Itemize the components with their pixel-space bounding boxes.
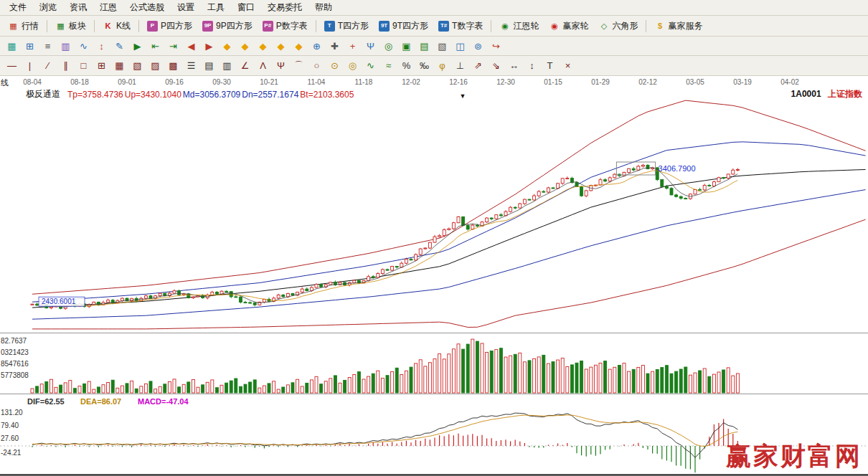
ladder-button[interactable]: ☰: [182, 58, 200, 73]
p9-square-label: 9P四方形: [216, 20, 253, 32]
permille-button[interactable]: ‰: [415, 58, 433, 73]
arrow-se-button[interactable]: ⇘: [487, 58, 505, 73]
hatch-cross-button[interactable]: ▩: [164, 58, 182, 73]
winner-service-button[interactable]: $赢家服务: [649, 18, 707, 34]
chart-button[interactable]: ▥: [57, 39, 75, 54]
menu-window[interactable]: 窗口: [231, 0, 261, 15]
arrow-h-button[interactable]: ↔: [505, 58, 523, 73]
calendar-button[interactable]: ▣: [397, 39, 415, 54]
winner-wheel-button[interactable]: ◉赢家轮: [544, 18, 593, 34]
diamond-5-icon: ◆: [296, 42, 303, 51]
t-table-button[interactable]: T#T数字表: [433, 18, 488, 34]
report-button[interactable]: ▤: [415, 39, 433, 54]
percent-button[interactable]: %: [397, 58, 415, 73]
golden-ratio-button[interactable]: φ: [433, 58, 451, 73]
circle-tool-button[interactable]: ○: [308, 58, 326, 73]
chart-area[interactable]: 08-0408-1809-0109-1609-3010-2111-0411-18…: [0, 76, 868, 476]
hline-button[interactable]: —: [3, 58, 21, 73]
spiral-button[interactable]: ◎: [344, 58, 362, 73]
quote-list-button[interactable]: ≡: [39, 39, 57, 54]
rect-tool-button[interactable]: □: [75, 58, 93, 73]
svg-text:82.7637: 82.7637: [1, 337, 27, 345]
fan-lines-button[interactable]: Ψ: [272, 58, 290, 73]
globe-button[interactable]: ◎: [379, 39, 397, 54]
next-button[interactable]: ▶: [200, 39, 218, 54]
menu-gann[interactable]: 江恩: [93, 0, 123, 15]
gann-wheel-button[interactable]: ◉江恩轮: [494, 18, 544, 34]
exit-button[interactable]: ↪: [487, 39, 505, 54]
wave2-button[interactable]: ≈: [379, 58, 397, 73]
icon-toolbar: ▦⊞≡▥∿↕✎▶⇤⇥◀▶◆◆◆◆◆⊕✚+Ψ◎▣▤▧◫⊚↪: [0, 37, 868, 56]
crosshair-button[interactable]: +: [344, 39, 362, 54]
antenna-button[interactable]: Ψ: [362, 39, 379, 54]
arc-button[interactable]: ⌒: [290, 58, 308, 73]
menu-formula-pick[interactable]: 公式选股: [123, 0, 171, 15]
wave-button[interactable]: ∿: [362, 58, 379, 73]
clipboard-button[interactable]: ▧: [433, 39, 451, 54]
cycle-button[interactable]: ⊙: [326, 58, 344, 73]
hatch-right-button[interactable]: ▨: [146, 58, 164, 73]
volume-layer: 82.7637032142385476165773808: [1, 337, 739, 393]
market-view-button[interactable]: ▦: [3, 39, 21, 54]
blocks-button[interactable]: ▦板块: [50, 18, 91, 34]
menu-help[interactable]: 帮助: [308, 0, 339, 15]
hexagon-button[interactable]: ◇六角形: [593, 18, 643, 34]
menu-browse[interactable]: 浏览: [33, 0, 63, 15]
world-button[interactable]: ⊚: [469, 39, 487, 54]
panel-button[interactable]: ⊞: [21, 39, 39, 54]
diamond-5-button[interactable]: ◆: [290, 39, 308, 54]
winner-wheel-label: 赢家轮: [562, 20, 588, 32]
hatch-left-button[interactable]: ▧: [128, 58, 146, 73]
menu-news[interactable]: 资讯: [63, 0, 93, 15]
arrow-v-button[interactable]: ↕: [523, 58, 541, 73]
first-page-button[interactable]: ⇤: [146, 39, 164, 54]
gann-grid-button[interactable]: ▦: [110, 58, 128, 73]
menu-settings[interactable]: 设置: [171, 0, 201, 15]
menu-trade[interactable]: 交易委托: [261, 0, 308, 15]
updown-button[interactable]: ↕: [93, 39, 110, 54]
gann-box-button[interactable]: ⊞: [93, 58, 110, 73]
candles-layer: [31, 164, 739, 310]
pen-button[interactable]: ✎: [110, 39, 128, 54]
vline-button[interactable]: |: [21, 58, 39, 73]
quotes-icon: ▦: [8, 21, 19, 32]
dense-grid-button[interactable]: ▥: [218, 58, 236, 73]
prev-button[interactable]: ◀: [182, 39, 200, 54]
chart-canvas[interactable]: 08-0408-1809-0109-1609-3010-2111-0411-18…: [0, 76, 868, 476]
steps-button[interactable]: ▤: [200, 58, 218, 73]
pen-icon: ✎: [115, 42, 123, 51]
menu-tools[interactable]: 工具: [201, 0, 231, 15]
trendline-button[interactable]: ∕: [39, 58, 57, 73]
updown-icon: ↕: [99, 42, 104, 51]
ruler-button[interactable]: ⊥: [451, 58, 469, 73]
trend-icon: ∿: [80, 42, 88, 51]
diamond-2-button[interactable]: ◆: [236, 39, 254, 54]
gann-grid-icon: ▦: [115, 61, 123, 70]
diamond-3-button[interactable]: ◆: [254, 39, 272, 54]
p-table-button[interactable]: P#P数字表: [258, 18, 313, 34]
svg-text:12-30: 12-30: [496, 78, 515, 86]
trend-button[interactable]: ∿: [75, 39, 93, 54]
angle-button[interactable]: ∠: [236, 58, 254, 73]
menu-file[interactable]: 文件: [3, 0, 33, 15]
last-page-button[interactable]: ⇥: [164, 39, 182, 54]
winner-service-label: 赢家服务: [668, 20, 702, 32]
save-button[interactable]: ◫: [451, 39, 469, 54]
p-square-button[interactable]: PP四方形: [142, 18, 197, 34]
t-square-button[interactable]: TT四方形: [319, 18, 374, 34]
kline-button[interactable]: KK线: [98, 18, 136, 34]
target-button[interactable]: ⊕: [308, 39, 326, 54]
quotes-button[interactable]: ▦行情: [3, 18, 44, 34]
diamond-4-button[interactable]: ◆: [272, 39, 290, 54]
arrow-ne-button[interactable]: ⇗: [469, 58, 487, 73]
play-button[interactable]: ▶: [128, 39, 146, 54]
p9-square-button[interactable]: 9P9P四方形: [197, 18, 258, 34]
text-tool-button[interactable]: T: [541, 58, 559, 73]
delete-tool-button[interactable]: ×: [559, 58, 577, 73]
svg-text:79.40: 79.40: [1, 422, 19, 429]
t9-square-button[interactable]: 9T9T四方形: [374, 18, 433, 34]
hand-button[interactable]: ✚: [326, 39, 344, 54]
diamond-1-button[interactable]: ◆: [218, 39, 236, 54]
channel-button[interactable]: ∥: [57, 58, 75, 73]
wedge-button[interactable]: Λ: [254, 58, 272, 73]
